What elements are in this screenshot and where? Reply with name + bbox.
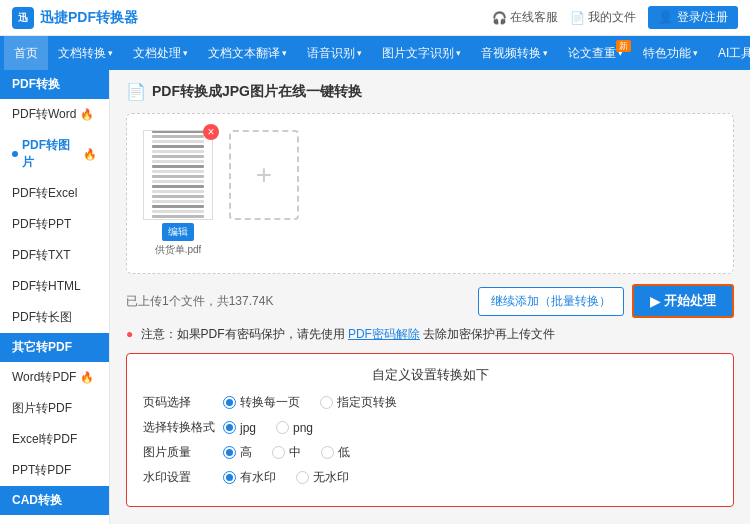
file-line-10 — [152, 175, 204, 178]
sidebar-pdf-excel-label: PDF转Excel — [12, 185, 77, 202]
radio-watermark-on-circle — [223, 471, 236, 484]
headset-icon: 🎧 — [492, 11, 507, 25]
sidebar-item-pdf-to-word[interactable]: PDF转Word 🔥 — [0, 99, 109, 130]
nav-item-paper[interactable]: 论文查重 ▾ 新 — [558, 36, 633, 70]
radio-jpg[interactable]: jpg — [223, 421, 256, 435]
start-btn[interactable]: ▶ 开始处理 — [632, 284, 734, 318]
radio-high-inner — [226, 449, 233, 456]
file-line-8 — [152, 165, 204, 168]
add-file-btn[interactable]: + — [229, 130, 299, 220]
sidebar-pdf-ppt-label: PDF转PPT — [12, 216, 71, 233]
file-line-2 — [152, 135, 204, 138]
nav-item-doc-process[interactable]: 文档处理 ▾ — [123, 36, 198, 70]
file-line-5 — [152, 150, 204, 153]
radio-low-label: 低 — [338, 444, 350, 461]
file-line-13 — [152, 190, 204, 193]
sidebar-item-excel-to-pdf[interactable]: Excel转PDF — [0, 424, 109, 455]
radio-med-label: 中 — [289, 444, 301, 461]
radio-specify-page-circle — [320, 396, 333, 409]
sidebar-item-pdf-to-ppt[interactable]: PDF转PPT — [0, 209, 109, 240]
sidebar-group-to-pdf: 其它转PDF Word转PDF 🔥 图片转PDF Excel转PDF PPT转P… — [0, 333, 109, 486]
nav-doc-translate-arrow: ▾ — [282, 48, 287, 58]
fire-icon-pdf-image: 🔥 — [83, 148, 97, 161]
settings-options-page: 转换每一页 指定页转换 — [223, 394, 397, 411]
nav-doc-convert-label: 文档转换 — [58, 45, 106, 62]
nav-item-home[interactable]: 首页 — [4, 36, 48, 70]
login-register-btn[interactable]: 👤 登录/注册 — [648, 6, 738, 29]
file-edit-tag[interactable]: 编辑 — [162, 223, 194, 241]
login-register-label: 登录/注册 — [677, 10, 728, 24]
my-files-label: 我的文件 — [588, 9, 636, 26]
nav-item-ocr[interactable]: 图片文字识别 ▾ — [372, 36, 471, 70]
notice-dot: ● — [126, 327, 133, 341]
nav-item-special[interactable]: 特色功能 ▾ — [633, 36, 708, 70]
sidebar: PDF转换 PDF转Word 🔥 PDF转图片 🔥 PDF转Excel PDF转… — [0, 70, 110, 524]
nav-item-ai[interactable]: AI工具 ▾ — [708, 36, 750, 70]
settings-options-quality: 高 中 低 — [223, 444, 350, 461]
file-line-17 — [152, 210, 204, 213]
active-dot — [12, 151, 18, 157]
my-files-btn[interactable]: 📄 我的文件 — [570, 9, 636, 26]
nav-av-arrow: ▾ — [543, 48, 548, 58]
sidebar-item-pdf-to-html[interactable]: PDF转HTML — [0, 271, 109, 302]
sidebar-item-ppt-to-pdf[interactable]: PPT转PDF — [0, 455, 109, 486]
file-remove-btn[interactable]: × — [203, 124, 219, 140]
fire-icon-word-pdf: 🔥 — [80, 371, 94, 384]
radio-high[interactable]: 高 — [223, 444, 252, 461]
radio-low[interactable]: 低 — [321, 444, 350, 461]
nav-item-doc-convert[interactable]: 文档转换 ▾ — [48, 36, 123, 70]
sidebar-group-pdf: PDF转换 PDF转Word 🔥 PDF转图片 🔥 PDF转Excel PDF转… — [0, 70, 109, 333]
settings-label-format: 选择转换格式 — [143, 419, 223, 436]
radio-high-circle — [223, 446, 236, 459]
logo[interactable]: 迅 迅捷PDF转换器 — [12, 7, 138, 29]
radio-med[interactable]: 中 — [272, 444, 301, 461]
radio-watermark-off-circle — [296, 471, 309, 484]
file-line-14 — [152, 195, 204, 198]
sidebar-group-cad-title: CAD转换 — [0, 486, 109, 515]
sidebar-item-word-to-pdf[interactable]: Word转PDF 🔥 — [0, 362, 109, 393]
start-icon: ▶ — [650, 294, 660, 309]
settings-row-watermark: 水印设置 有水印 无水印 — [143, 469, 717, 486]
nav-item-av[interactable]: 音视频转换 ▾ — [471, 36, 558, 70]
notice-prefix: 注意：如果PDF有密码保护，请先使用 — [141, 327, 345, 341]
file-line-4 — [152, 145, 204, 148]
add-more-btn[interactable]: 继续添加（批量转换） — [478, 287, 624, 316]
paper-badge: 新 — [616, 40, 631, 52]
radio-jpg-label: jpg — [240, 421, 256, 435]
radio-med-circle — [272, 446, 285, 459]
upload-area[interactable]: × — [126, 113, 734, 274]
radio-png[interactable]: png — [276, 421, 313, 435]
radio-convert-all[interactable]: 转换每一页 — [223, 394, 300, 411]
action-bar-right: 继续添加（批量转换） ▶ 开始处理 — [478, 284, 734, 318]
radio-convert-all-inner — [226, 399, 233, 406]
radio-watermark-off[interactable]: 无水印 — [296, 469, 349, 486]
sidebar-pdf-word-label: PDF转Word — [12, 106, 76, 123]
radio-png-circle — [276, 421, 289, 434]
sidebar-item-pdf-to-excel[interactable]: PDF转Excel — [0, 178, 109, 209]
settings-row-quality: 图片质量 高 中 低 — [143, 444, 717, 461]
radio-watermark-off-label: 无水印 — [313, 469, 349, 486]
settings-label-quality: 图片质量 — [143, 444, 223, 461]
nav-voice-label: 语音识别 — [307, 45, 355, 62]
nav-item-doc-translate[interactable]: 文档文本翻译 ▾ — [198, 36, 297, 70]
radio-watermark-on[interactable]: 有水印 — [223, 469, 276, 486]
sidebar-item-img-to-pdf[interactable]: 图片转PDF — [0, 393, 109, 424]
settings-title: 自定义设置转换如下 — [143, 366, 717, 384]
start-label: 开始处理 — [664, 292, 716, 310]
sidebar-item-cad-to-pdf[interactable]: CAD转PDF 🔥 — [0, 515, 109, 524]
fire-icon-pdf-word: 🔥 — [80, 108, 94, 121]
sidebar-item-pdf-to-image[interactable]: PDF转图片 🔥 — [0, 130, 109, 178]
sidebar-pdf-txt-label: PDF转TXT — [12, 247, 71, 264]
notice-link[interactable]: PDF密码解除 — [348, 327, 420, 341]
radio-specify-page[interactable]: 指定页转换 — [320, 394, 397, 411]
sidebar-pdf-image-label: PDF转图片 — [22, 137, 79, 171]
notice: ● 注意：如果PDF有密码保护，请先使用 PDF密码解除 去除加密保护再上传文件 — [126, 326, 734, 343]
nav-item-voice[interactable]: 语音识别 ▾ — [297, 36, 372, 70]
sidebar-item-pdf-to-txt[interactable]: PDF转TXT — [0, 240, 109, 271]
sidebar-item-pdf-to-longimg[interactable]: PDF转长图 — [0, 302, 109, 333]
sidebar-pdf-html-label: PDF转HTML — [12, 278, 81, 295]
customer-service-btn[interactable]: 🎧 在线客服 — [492, 9, 558, 26]
file-line-11 — [152, 180, 204, 183]
settings-options-format: jpg png — [223, 421, 313, 435]
file-line-9 — [152, 170, 204, 173]
